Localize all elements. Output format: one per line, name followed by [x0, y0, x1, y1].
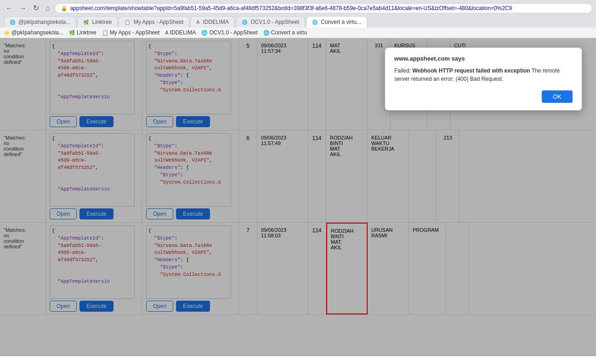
bookmark-linktree[interactable]: 🌿 Linktree [69, 29, 96, 36]
dialog-box: www.appsheet.com says Failed: Webhook HT… [385, 47, 582, 111]
tab-linktree[interactable]: 🌿 Linktree [77, 16, 118, 28]
dialog-prefix: Failed: [394, 67, 412, 74]
tab-icon-1: 🌐 [10, 20, 15, 25]
bookmark-icon-2: 🌿 [69, 30, 75, 36]
tab-convert[interactable]: 🌐 Convert a virtu... [306, 16, 367, 28]
tab-pkIpahang[interactable]: 🌐 @pkIpahangsekola... [4, 16, 76, 28]
bookmark-convert[interactable]: 🌐 Convert a virtu [263, 29, 307, 36]
dialog-message: Failed: Webhook HTTP request failed with… [394, 67, 573, 83]
ok-button[interactable]: OK [542, 90, 573, 103]
tab-iddelima[interactable]: A IDDELIMA [190, 16, 235, 28]
bookmark-icon-3: 📋 [102, 30, 108, 36]
url-text: appsheet.com/template/showtable?appId=5a… [70, 5, 586, 11]
forward-button[interactable]: → [17, 3, 28, 13]
lock-icon: 🔒 [61, 5, 68, 11]
nav-bar: ← → ↻ ⌂ 🔒 appsheet.com/template/showtabl… [4, 3, 592, 13]
tab-myapps[interactable]: 📋 My Apps - AppSheet [119, 16, 189, 28]
dialog-bold: Webhook HTTP request failed with excepti… [412, 67, 530, 74]
tab-icon-4: A [196, 20, 199, 25]
tab-icon-2: 🌿 [83, 20, 89, 25]
page-content: "Matches:noconditiondefined" { "AppTempl… [0, 38, 596, 356]
bookmark-myapps[interactable]: 📋 My Apps - AppSheet [102, 29, 160, 36]
browser-chrome: ← → ↻ ⌂ 🔒 appsheet.com/template/showtabl… [0, 0, 596, 28]
tab-icon-3: 📋 [125, 20, 130, 25]
bookmark-icon-4: A [165, 30, 168, 35]
tab-icon-5: 🌐 [242, 20, 247, 25]
bookmark-iddelima[interactable]: A IDDELIMA [165, 29, 196, 36]
dialog-actions: OK [394, 90, 573, 103]
tab-icon-6: 🌐 [312, 20, 318, 25]
tab-ocv[interactable]: 🌐 OCV1.0 - AppSheet [236, 16, 305, 28]
refresh-button[interactable]: ↻ [31, 3, 41, 13]
tabs-bar: 🌐 @pkIpahangsekola... 🌿 Linktree 📋 My Ap… [4, 16, 592, 28]
home-button[interactable]: ⌂ [44, 3, 52, 13]
address-bar[interactable]: 🔒 appsheet.com/template/showtable?appId=… [55, 3, 592, 13]
dialog-title: www.appsheet.com says [394, 55, 573, 62]
bookmark-icon-6: 🌐 [263, 30, 270, 36]
bookmark-icon-5: 🌐 [201, 30, 208, 36]
dialog-overlay: www.appsheet.com says Failed: Webhook HT… [0, 38, 596, 356]
bookmark-pkipahang[interactable]: ⭐ @pkIpahangsekola... [4, 29, 63, 36]
bookmark-icon-1: ⭐ [4, 30, 10, 36]
bookmark-ocv[interactable]: 🌐 OCV1.0 - AppSheet [201, 29, 257, 36]
bookmarks-bar: ⭐ @pkIpahangsekola... 🌿 Linktree 📋 My Ap… [0, 28, 596, 38]
back-button[interactable]: ← [4, 3, 15, 13]
